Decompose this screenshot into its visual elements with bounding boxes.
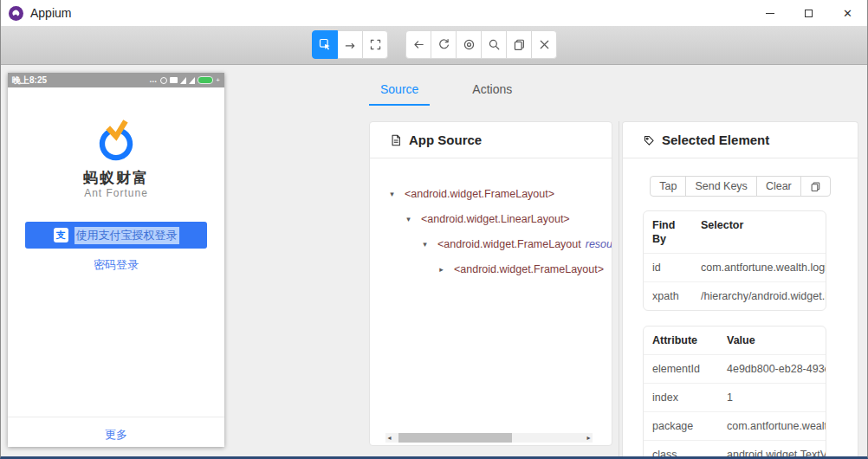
select-cursor-icon <box>319 38 332 51</box>
copy-icon <box>810 181 821 192</box>
scrollbar-track[interactable] <box>393 433 585 443</box>
table-row: packagecom.antfortune.wealth <box>644 411 826 440</box>
device-screenshot[interactable]: 晚上8:25 … + 蚂蚁财富 Ant Fortune 支 使用支付宝授权登录 … <box>8 73 224 447</box>
table-row: elementId4e9db800-eb28-493e-a867-3af <box>644 354 826 383</box>
titlebar: Appium ✕ <box>1 0 867 26</box>
tab-actions[interactable]: Actions <box>461 76 523 106</box>
panel-divider <box>619 121 619 459</box>
tag-icon <box>643 134 655 146</box>
alipay-login-label: 使用支付宝授权登录 <box>74 227 179 244</box>
ant-fortune-logo-icon <box>93 116 139 166</box>
caret-down-icon[interactable]: ▾ <box>404 215 413 223</box>
row-key: package <box>644 412 718 440</box>
tap-by-coordinates-button[interactable] <box>362 30 388 59</box>
quit-session-button[interactable] <box>531 30 557 59</box>
refresh-button[interactable] <box>431 30 457 59</box>
scroll-right-icon[interactable]: ▸ <box>585 434 593 442</box>
tree-node[interactable]: ▸<android.widget.FrameLayout> <box>370 256 612 281</box>
row-key: index <box>644 384 718 411</box>
caret-down-icon[interactable]: ▾ <box>420 240 430 249</box>
row-value: 1 <box>718 384 826 411</box>
xml-tag: <android.widget.FrameLayout> <box>405 188 554 200</box>
alipay-icon: 支 <box>54 228 68 242</box>
caret-down-icon[interactable]: ▾ <box>387 190 397 198</box>
device-status-icons: … + <box>149 76 220 84</box>
copy-xml-source-button[interactable] <box>506 30 532 59</box>
app-source-panel: App Source ▾<android.widget.FrameLayout>… <box>369 121 612 446</box>
more-link[interactable]: 更多 <box>8 427 224 443</box>
row-key: xpath <box>644 282 692 310</box>
scrollbar-thumb[interactable] <box>398 433 512 443</box>
close-x-icon <box>538 38 551 51</box>
attribute-table: AttributeValueelementId4e9db800-eb28-493… <box>643 326 826 459</box>
minimize-icon <box>766 13 774 14</box>
clear-button[interactable]: Clear <box>756 176 801 197</box>
row-value: /hierarchy/android.widget.FrameLayout <box>692 282 826 310</box>
back-arrow-icon <box>412 38 425 51</box>
close-icon: ✕ <box>843 8 852 19</box>
inspector-tabs: Source Actions <box>369 76 523 106</box>
app-source-title: App Source <box>409 133 482 147</box>
column-header: Value <box>718 326 826 354</box>
tree-node[interactable]: ▾<android.widget.FrameLayoutresou <box>370 231 612 256</box>
battery-icon <box>198 76 213 84</box>
tree-node[interactable]: ▾<android.widget.LinearLayout> <box>370 206 612 231</box>
minimize-button[interactable] <box>750 0 789 26</box>
row-key: class <box>644 441 718 459</box>
swipe-by-coordinates-button[interactable] <box>337 30 363 59</box>
column-header: Attribute <box>644 326 718 354</box>
device-status-bar: 晚上8:25 … + <box>8 73 224 87</box>
appium-inspector-window: Appium ✕ <box>0 0 868 459</box>
send-keys-button[interactable]: Send Keys <box>685 176 756 197</box>
selected-element-title: Selected Element <box>662 133 769 147</box>
xml-tag: <android.widget.FrameLayout <box>437 238 581 250</box>
brand-name-cn: 蚂蚁财富 <box>8 168 224 188</box>
tap-button[interactable]: Tap <box>650 176 686 197</box>
screenshot-view-button[interactable] <box>456 30 482 59</box>
password-login-link[interactable]: 密码登录 <box>8 257 224 273</box>
horizontal-scrollbar[interactable]: ◂ ▸ <box>385 433 593 443</box>
column-header: Find By <box>644 211 692 253</box>
xml-attribute: resou <box>586 238 612 250</box>
swipe-arrow-icon <box>344 38 357 51</box>
back-button[interactable] <box>405 30 431 59</box>
row-value: android.widget.TextVi <box>718 441 826 459</box>
eye-icon <box>463 38 476 51</box>
search-for-element-button[interactable] <box>481 30 507 59</box>
window-controls: ✕ <box>750 0 867 26</box>
maximize-button[interactable] <box>789 0 828 26</box>
row-value: com.antfortune.wealth.login:id/login_aut… <box>692 254 826 281</box>
caret-right-icon[interactable]: ▸ <box>437 265 446 274</box>
brand-name-en: Ant Fortune <box>8 187 224 199</box>
message-icon <box>170 77 178 83</box>
refresh-icon <box>437 38 450 51</box>
device-footer-divider <box>8 417 224 417</box>
window-title: Appium <box>30 6 71 20</box>
inspector-toolbar <box>1 26 867 65</box>
column-header: Selector <box>692 211 826 253</box>
device-time: 晚上8:25 <box>12 74 47 87</box>
table-row: index1 <box>644 383 826 411</box>
alarm-icon <box>160 77 167 84</box>
charging-icon: + <box>216 77 220 84</box>
document-icon <box>390 134 402 146</box>
session-actions-group <box>405 30 557 59</box>
viewfinder-icon <box>369 38 382 51</box>
table-row: xpath/hierarchy/android.widget.FrameLayo… <box>644 281 826 310</box>
interaction-mode-group <box>312 30 388 59</box>
row-key: id <box>644 254 692 281</box>
copy-attributes-button[interactable] <box>800 176 831 197</box>
element-actions: Tap Send Keys Clear <box>623 176 858 197</box>
scroll-left-icon[interactable]: ◂ <box>385 434 393 442</box>
xml-tag: <android.widget.LinearLayout> <box>421 213 570 225</box>
copy-icon <box>513 38 526 51</box>
tree-node[interactable]: ▾<android.widget.FrameLayout> <box>370 181 612 206</box>
signal-icon <box>189 77 195 84</box>
row-value: com.antfortune.wealth <box>718 412 826 440</box>
close-button[interactable]: ✕ <box>828 0 867 26</box>
tab-source[interactable]: Source <box>369 76 430 106</box>
select-elements-button[interactable] <box>312 30 338 59</box>
app-source-header: App Source <box>370 122 612 158</box>
source-tree: ▾<android.widget.FrameLayout>▾<android.w… <box>370 158 612 281</box>
alipay-login-button[interactable]: 支 使用支付宝授权登录 <box>25 222 207 249</box>
